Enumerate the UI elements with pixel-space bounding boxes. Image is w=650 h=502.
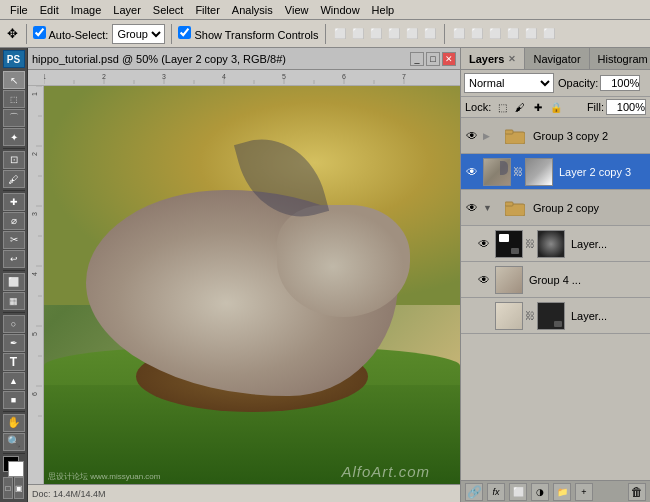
- layer-mask-btn[interactable]: ⬜: [509, 483, 527, 501]
- screen-mode-btn[interactable]: □: [3, 477, 13, 499]
- layer-visibility-group2copy[interactable]: 👁: [463, 199, 481, 217]
- fill-input[interactable]: [606, 99, 646, 115]
- svg-text:2: 2: [31, 152, 38, 156]
- history-brush-tool[interactable]: ↩: [3, 250, 25, 268]
- eyedropper-tool[interactable]: 🖋: [3, 170, 25, 188]
- menu-help[interactable]: Help: [366, 2, 401, 18]
- layer-visibility-bottom[interactable]: 👁: [475, 307, 493, 325]
- menu-layer[interactable]: Layer: [107, 2, 147, 18]
- auto-select-checkbox[interactable]: [33, 26, 46, 39]
- layer-link-btn[interactable]: 🔗: [465, 483, 483, 501]
- layer-adjustment-btn[interactable]: ◑: [531, 483, 549, 501]
- distribute-center-h-icon[interactable]: ⬜: [469, 26, 485, 42]
- distribute-center-v-icon[interactable]: ⬜: [523, 26, 539, 42]
- lock-all-icon[interactable]: 🔒: [549, 100, 563, 114]
- layer-group-btn[interactable]: 📁: [553, 483, 571, 501]
- move-tool[interactable]: ↖: [3, 71, 25, 89]
- layer-item-layer2copy3[interactable]: 👁 ⛓ Layer 2 copy 3: [461, 154, 650, 190]
- lock-label: Lock:: [465, 101, 491, 113]
- layer-item-group3copy2[interactable]: 👁 ▶ Group 3 copy 2: [461, 118, 650, 154]
- zoom-tool[interactable]: 🔍: [3, 433, 25, 451]
- layers-panel: Normal Opacity: Lock: ⬚ 🖌 ✚ 🔒 Fill:: [461, 70, 650, 502]
- color-swatches[interactable]: [3, 456, 25, 474]
- menu-analysis[interactable]: Analysis: [226, 2, 279, 18]
- eraser-tool[interactable]: ⬜: [3, 273, 25, 291]
- magic-wand-tool[interactable]: ✦: [3, 128, 25, 146]
- blend-mode-select[interactable]: Normal: [464, 73, 554, 93]
- path-selection-tool[interactable]: ▲: [3, 372, 25, 390]
- rectangular-marquee-tool[interactable]: ⬚: [3, 90, 25, 108]
- show-transform-checkbox[interactable]: [178, 26, 191, 39]
- gradient-tool[interactable]: ▦: [3, 292, 25, 310]
- brush-tool[interactable]: ⌀: [3, 212, 25, 230]
- align-center-v-icon[interactable]: ⬜: [404, 26, 420, 42]
- lock-image-icon[interactable]: 🖌: [513, 100, 527, 114]
- distribute-top-icon[interactable]: ⬜: [505, 26, 521, 42]
- pen-tool[interactable]: ✒: [3, 334, 25, 352]
- tab-layers[interactable]: Layers ✕: [461, 48, 525, 69]
- svg-text:5: 5: [31, 332, 38, 336]
- layer-expand-group3copy2[interactable]: ▶: [483, 131, 497, 141]
- ps-logo: PS: [3, 50, 25, 68]
- canvas-image[interactable]: 思设计论坛 www.missyuan.com AlfoArt.com: [44, 86, 460, 484]
- layer-visibility-bw[interactable]: 👁: [475, 235, 493, 253]
- auto-select-dropdown[interactable]: Group: [112, 24, 165, 44]
- distribute-right-icon[interactable]: ⬜: [487, 26, 503, 42]
- menu-window[interactable]: Window: [314, 2, 365, 18]
- type-tool[interactable]: T: [3, 353, 25, 371]
- align-bottom-icon[interactable]: ⬜: [422, 26, 438, 42]
- layer-item-group2copy[interactable]: 👁 ▼ Group 2 copy: [461, 190, 650, 226]
- distribute-left-icon[interactable]: ⬜: [451, 26, 467, 42]
- align-left-icon[interactable]: ⬜: [332, 26, 348, 42]
- menu-edit[interactable]: Edit: [34, 2, 65, 18]
- layer-thumb-bottom: [495, 302, 523, 330]
- layer-thumb-group4: [495, 266, 523, 294]
- layer-name-group3copy2: Group 3 copy 2: [533, 130, 648, 142]
- layer-new-btn[interactable]: +: [575, 483, 593, 501]
- crop-tool[interactable]: ⊡: [3, 151, 25, 169]
- canvas-ruler-vertical: 1 2 3 4 5 6: [28, 86, 44, 484]
- layer-item-group4[interactable]: 👁 Group 4 ...: [461, 262, 650, 298]
- clone-stamp-tool[interactable]: ✂: [3, 231, 25, 249]
- full-screen-btn[interactable]: ▣: [14, 477, 24, 499]
- lock-position-icon[interactable]: ✚: [531, 100, 545, 114]
- canvas-close-btn[interactable]: ✕: [442, 52, 456, 66]
- healing-brush-tool[interactable]: ✚: [3, 193, 25, 211]
- opacity-label: Opacity:: [558, 77, 598, 89]
- opacity-input[interactable]: [600, 75, 640, 91]
- layer-visibility-layer2copy3[interactable]: 👁: [463, 163, 481, 181]
- layer-visibility-group3copy2[interactable]: 👁: [463, 127, 481, 145]
- menu-file[interactable]: File: [4, 2, 34, 18]
- ruler-h-ticks: 1 2 3 4 5 6 7: [44, 70, 460, 85]
- menu-image[interactable]: Image: [65, 2, 108, 18]
- menu-filter[interactable]: Filter: [189, 2, 225, 18]
- menu-view[interactable]: View: [279, 2, 315, 18]
- move-tool-icon[interactable]: ✥: [4, 26, 20, 42]
- hand-tool[interactable]: ✋: [3, 414, 25, 432]
- layer-item-bw[interactable]: 👁 ⛓ Layer...: [461, 226, 650, 262]
- layer-delete-btn[interactable]: 🗑: [628, 483, 646, 501]
- tab-histogram[interactable]: Histogram: [590, 48, 650, 69]
- layer-name-group2copy: Group 2 copy: [533, 202, 648, 214]
- align-right-icon[interactable]: ⬜: [368, 26, 384, 42]
- canvas-restore-btn[interactable]: □: [426, 52, 440, 66]
- layer-item-bottom[interactable]: 👁 ⛓ Layer...: [461, 298, 650, 334]
- dodge-tool[interactable]: ○: [3, 315, 25, 333]
- layer-name-layer2copy3: Layer 2 copy 3: [559, 166, 648, 178]
- lock-transparent-icon[interactable]: ⬚: [495, 100, 509, 114]
- layers-tab-close[interactable]: ✕: [508, 54, 516, 64]
- layer-visibility-group4[interactable]: 👁: [475, 271, 493, 289]
- layer-expand-group2copy[interactable]: ▼: [483, 203, 497, 213]
- layer-style-btn[interactable]: fx: [487, 483, 505, 501]
- shape-tool[interactable]: ■: [3, 391, 25, 409]
- tab-navigator[interactable]: Navigator: [525, 48, 589, 69]
- align-center-h-icon[interactable]: ⬜: [350, 26, 366, 42]
- menu-select[interactable]: Select: [147, 2, 190, 18]
- canvas-minimize-btn[interactable]: _: [410, 52, 424, 66]
- layers-blend-controls: Normal Opacity:: [461, 70, 650, 97]
- align-top-icon[interactable]: ⬜: [386, 26, 402, 42]
- canvas-title: hippo_tutorial.psd @ 50% (Layer 2 copy 3…: [32, 53, 408, 65]
- panel-tabs: Layers ✕ Navigator Histogram: [461, 48, 650, 70]
- lasso-tool[interactable]: ⌒: [3, 109, 25, 127]
- distribute-bottom-icon[interactable]: ⬜: [541, 26, 557, 42]
